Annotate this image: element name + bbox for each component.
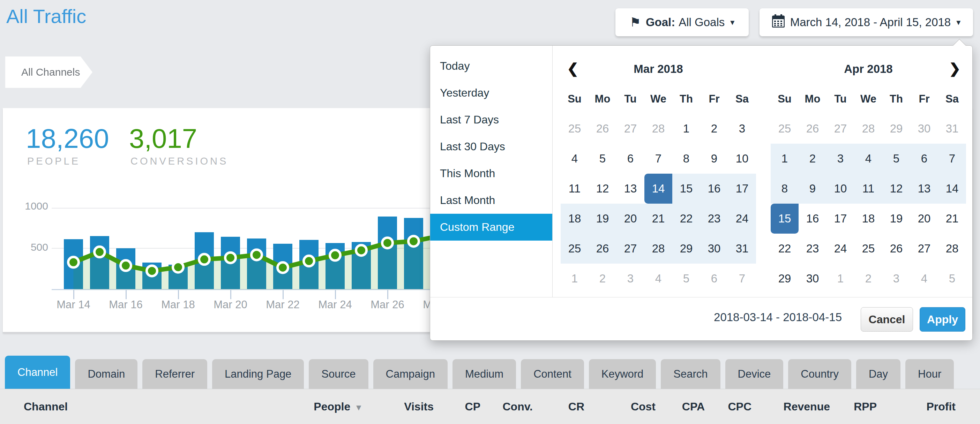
tab-country[interactable]: Country (788, 359, 851, 389)
day-cell[interactable]: 20 (910, 203, 938, 233)
day-cell[interactable]: 27 (910, 233, 938, 264)
tab-landing-page[interactable]: Landing Page (212, 359, 304, 389)
bar-mar-15[interactable] (90, 236, 109, 289)
day-cell[interactable]: 28 (854, 114, 882, 144)
day-cell[interactable]: 18 (854, 203, 882, 233)
tab-referrer[interactable]: Referrer (142, 359, 207, 389)
day-cell[interactable]: 27 (616, 114, 644, 144)
bar-mar-19[interactable] (195, 232, 214, 289)
quick-range-yesterday[interactable]: Yesterday (430, 79, 552, 106)
day-cell[interactable]: 1 (826, 264, 854, 294)
day-cell[interactable]: 15 (672, 174, 700, 203)
day-cell[interactable]: 14 (938, 174, 966, 203)
day-cell[interactable]: 2 (799, 144, 826, 174)
column-header-conv[interactable]: Conv. (503, 389, 533, 424)
day-cell[interactable]: 20 (616, 203, 644, 233)
bar-mar-14[interactable] (64, 239, 83, 289)
day-cell[interactable]: 22 (771, 233, 799, 264)
day-cell[interactable]: 26 (882, 233, 910, 264)
tab-channel[interactable]: Channel (5, 356, 70, 389)
bar-mar-20[interactable] (221, 237, 240, 289)
day-cell[interactable]: 5 (938, 264, 966, 294)
tab-device[interactable]: Device (725, 359, 784, 389)
day-cell[interactable]: 5 (589, 144, 616, 174)
quick-range-last-7-days[interactable]: Last 7 Days (430, 106, 552, 133)
day-cell[interactable]: 29 (882, 114, 910, 144)
day-cell[interactable]: 10 (728, 144, 756, 174)
quick-range-last-month[interactable]: Last Month (430, 187, 552, 214)
day-cell[interactable]: 5 (672, 264, 700, 294)
day-cell[interactable]: 15 (771, 203, 799, 233)
day-cell[interactable]: 21 (938, 203, 966, 233)
bar-mar-25[interactable] (352, 242, 371, 289)
apply-button[interactable]: Apply (920, 307, 965, 332)
day-cell[interactable]: 7 (728, 264, 756, 294)
column-header-visits[interactable]: Visits (404, 389, 434, 424)
bar-mar-24[interactable] (326, 243, 345, 289)
day-cell[interactable]: 18 (561, 203, 589, 233)
day-cell[interactable]: 2 (589, 264, 616, 294)
column-header-cpa[interactable]: CPA (682, 389, 705, 424)
day-cell[interactable]: 26 (589, 114, 616, 144)
day-cell[interactable]: 27 (826, 114, 854, 144)
day-cell[interactable]: 25 (854, 233, 882, 264)
day-cell[interactable]: 25 (771, 114, 799, 144)
quick-range-today[interactable]: Today (430, 52, 552, 79)
day-cell[interactable]: 4 (561, 144, 589, 174)
day-cell[interactable]: 3 (882, 264, 910, 294)
tab-domain[interactable]: Domain (75, 359, 137, 389)
tab-keyword[interactable]: Keyword (589, 359, 656, 389)
column-header-channel[interactable]: Channel (24, 389, 68, 424)
day-cell[interactable]: 19 (882, 203, 910, 233)
date-range-button[interactable]: March 14, 2018 - April 15, 2018 ▾ (759, 8, 973, 36)
day-cell[interactable]: 27 (616, 233, 644, 264)
day-cell[interactable]: 14 (644, 174, 672, 203)
day-cell[interactable]: 30 (799, 264, 826, 294)
day-cell[interactable]: 28 (644, 233, 672, 264)
column-header-cost[interactable]: Cost (631, 389, 655, 424)
day-cell[interactable]: 11 (854, 174, 882, 203)
bar-mar-22[interactable] (273, 244, 292, 289)
day-cell[interactable]: 2 (700, 114, 728, 144)
day-cell[interactable]: 6 (910, 144, 938, 174)
tab-hour[interactable]: Hour (905, 359, 954, 389)
day-cell[interactable]: 21 (644, 203, 672, 233)
day-cell[interactable]: 23 (700, 203, 728, 233)
day-cell[interactable]: 25 (561, 114, 589, 144)
day-cell[interactable]: 26 (589, 233, 616, 264)
quick-range-last-30-days[interactable]: Last 30 Days (430, 133, 552, 160)
day-cell[interactable]: 11 (561, 174, 589, 203)
bar-mar-17[interactable] (142, 262, 162, 289)
day-cell[interactable]: 30 (700, 233, 728, 264)
day-cell[interactable]: 3 (728, 114, 756, 144)
day-cell[interactable]: 6 (616, 144, 644, 174)
quick-range-this-month[interactable]: This Month (430, 160, 552, 187)
day-cell[interactable]: 12 (589, 174, 616, 203)
day-cell[interactable]: 9 (700, 144, 728, 174)
column-header-cr[interactable]: CR (568, 389, 584, 424)
day-cell[interactable]: 1 (672, 114, 700, 144)
day-cell[interactable]: 8 (771, 174, 799, 203)
day-cell[interactable]: 29 (771, 264, 799, 294)
column-header-cpc[interactable]: CPC (728, 389, 751, 424)
day-cell[interactable]: 17 (826, 203, 854, 233)
day-cell[interactable]: 19 (589, 203, 616, 233)
quick-range-custom-range[interactable]: Custom Range (430, 214, 552, 241)
day-cell[interactable]: 30 (910, 114, 938, 144)
day-cell[interactable]: 5 (882, 144, 910, 174)
day-cell[interactable]: 26 (799, 114, 826, 144)
day-cell[interactable]: 16 (700, 174, 728, 203)
day-cell[interactable]: 29 (672, 233, 700, 264)
day-cell[interactable]: 16 (799, 203, 826, 233)
day-cell[interactable]: 31 (938, 114, 966, 144)
day-cell[interactable]: 1 (561, 264, 589, 294)
bar-mar-21[interactable] (247, 238, 266, 289)
day-cell[interactable]: 10 (826, 174, 854, 203)
day-cell[interactable]: 3 (826, 144, 854, 174)
day-cell[interactable]: 4 (854, 144, 882, 174)
day-cell[interactable]: 1 (771, 144, 799, 174)
day-cell[interactable]: 24 (728, 203, 756, 233)
column-header-people[interactable]: People▼ (313, 389, 363, 424)
bar-mar-16[interactable] (116, 248, 135, 289)
tab-content[interactable]: Content (521, 359, 584, 389)
